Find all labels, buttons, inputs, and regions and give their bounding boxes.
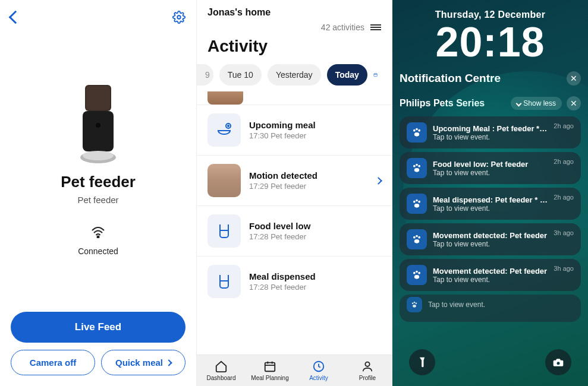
bowl-icon bbox=[207, 113, 241, 147]
live-feed-button[interactable]: Live Feed bbox=[11, 312, 185, 343]
svg-point-34 bbox=[414, 302, 416, 303]
flashlight-button[interactable] bbox=[409, 349, 435, 375]
date-tab-yesterday[interactable]: Yesterday bbox=[268, 64, 321, 86]
notification-item[interactable]: Upcoming Meal : Pet feeder * 5...Tap to … bbox=[400, 116, 581, 148]
chevron-down-icon bbox=[516, 100, 522, 106]
date-tab-prev[interactable]: 9 bbox=[197, 64, 213, 86]
notif-sub: Tap to view event. bbox=[433, 240, 548, 248]
camera-button[interactable] bbox=[545, 349, 571, 375]
svg-point-13 bbox=[413, 129, 416, 132]
lock-time: 20:18 bbox=[400, 21, 581, 63]
notif-time: 2h ago bbox=[554, 158, 574, 165]
notif-sub: Tap to view event. bbox=[433, 204, 548, 213]
notification-item[interactable]: Food level low: Pet feederTap to view ev… bbox=[400, 152, 581, 184]
activity-item[interactable]: Food level low 17:28 Pet feeder bbox=[197, 205, 392, 256]
svg-point-25 bbox=[413, 236, 416, 239]
svg-point-6 bbox=[83, 151, 114, 160]
close-group-button[interactable]: ✕ bbox=[567, 96, 581, 110]
notification-item-partial[interactable]: Tap to view event. bbox=[400, 295, 581, 322]
show-less-button[interactable]: Show less bbox=[511, 97, 562, 110]
svg-point-36 bbox=[413, 305, 416, 308]
svg-point-21 bbox=[413, 201, 416, 203]
activity-thumb-partial[interactable] bbox=[207, 91, 243, 105]
filter-icon[interactable] bbox=[370, 23, 381, 31]
svg-rect-8 bbox=[374, 74, 377, 77]
chevron-right-icon bbox=[375, 177, 382, 185]
paw-icon bbox=[407, 158, 427, 178]
svg-point-12 bbox=[365, 362, 369, 366]
activity-item[interactable]: Upcoming meal 17:30 Pet feeder bbox=[197, 105, 392, 155]
activity-title: Meal dispensed bbox=[249, 271, 381, 281]
notif-time: 2h ago bbox=[554, 194, 574, 201]
svg-point-26 bbox=[416, 235, 418, 238]
device-title: Pet feeder bbox=[61, 173, 136, 191]
date-tab-tue10[interactable]: Tue 10 bbox=[219, 64, 262, 86]
svg-point-32 bbox=[414, 275, 419, 279]
paw-icon bbox=[407, 194, 427, 214]
wifi-icon bbox=[91, 226, 105, 238]
notification-item[interactable]: Movement detected: Pet feederTap to view… bbox=[400, 259, 581, 291]
notif-title: Movement detected: Pet feeder bbox=[433, 231, 548, 240]
calendar-icon[interactable] bbox=[373, 68, 378, 81]
activity-title: Food level low bbox=[249, 221, 381, 231]
paw-icon bbox=[407, 122, 427, 143]
chevron-right-icon bbox=[165, 359, 172, 366]
notif-time: 2h ago bbox=[554, 122, 574, 129]
notification-centre-title: Notification Centre bbox=[400, 72, 501, 85]
svg-point-27 bbox=[418, 236, 420, 239]
notif-title: Food level low: Pet feeder bbox=[433, 160, 548, 169]
notif-sub: Tap to view event. bbox=[428, 300, 574, 309]
home-label[interactable]: Jonas's home bbox=[197, 0, 392, 20]
svg-point-24 bbox=[414, 204, 419, 208]
quick-meal-button[interactable]: Quick meal bbox=[101, 350, 185, 375]
svg-rect-2 bbox=[86, 86, 110, 110]
camera-off-button[interactable]: Camera off bbox=[11, 350, 95, 375]
notif-sub: Tap to view event. bbox=[433, 276, 548, 284]
device-image bbox=[65, 80, 131, 169]
activity-item[interactable]: Motion detected 17:29 Pet feeder bbox=[197, 155, 392, 205]
svg-point-28 bbox=[414, 239, 419, 243]
svg-point-14 bbox=[416, 128, 418, 131]
notification-item[interactable]: Meal dispensed: Pet feeder * sc...Tap to… bbox=[400, 188, 581, 220]
notif-title: Upcoming Meal : Pet feeder * 5... bbox=[433, 124, 548, 133]
back-button[interactable] bbox=[9, 11, 23, 24]
settings-icon[interactable] bbox=[172, 11, 185, 24]
svg-point-15 bbox=[418, 129, 420, 132]
svg-point-31 bbox=[418, 272, 420, 274]
notif-title: Meal dispensed: Pet feeder * sc... bbox=[433, 195, 548, 204]
activity-sub: 17:28 Pet feeder bbox=[249, 232, 381, 241]
svg-point-37 bbox=[557, 362, 560, 365]
notif-time: 3h ago bbox=[554, 229, 574, 236]
paw-icon bbox=[407, 297, 422, 312]
tab-meal-planning[interactable]: Meal Planning bbox=[246, 355, 294, 386]
notif-sub: Tap to view event. bbox=[433, 169, 548, 177]
svg-point-4 bbox=[96, 123, 100, 128]
close-nc-button[interactable]: ✕ bbox=[567, 71, 581, 86]
activity-sub: 17:30 Pet feeder bbox=[249, 131, 381, 140]
svg-point-29 bbox=[413, 272, 416, 274]
activity-item[interactable]: Meal dispensed 17:28 Pet feeder bbox=[197, 256, 392, 306]
svg-point-16 bbox=[414, 132, 419, 137]
paw-icon bbox=[407, 229, 427, 249]
device-subtitle: Pet feeder bbox=[77, 195, 118, 205]
tab-dashboard[interactable]: Dashboard bbox=[197, 355, 246, 386]
tab-activity[interactable]: Activity bbox=[294, 355, 343, 386]
activity-title: Upcoming meal bbox=[249, 120, 381, 130]
connection-status: Connected bbox=[78, 246, 118, 256]
svg-point-7 bbox=[98, 236, 99, 238]
svg-point-17 bbox=[413, 165, 416, 167]
svg-point-33 bbox=[412, 302, 414, 304]
notif-app-name: Philips Pets Series bbox=[400, 98, 506, 109]
paw-icon bbox=[407, 265, 427, 285]
tab-profile[interactable]: Profile bbox=[343, 355, 392, 386]
activity-title: Motion detected bbox=[249, 170, 367, 181]
svg-rect-3 bbox=[83, 111, 114, 151]
cup-icon bbox=[207, 265, 241, 298]
date-tab-today[interactable]: Today bbox=[327, 64, 367, 86]
svg-point-30 bbox=[416, 271, 418, 273]
activity-sub: 17:28 Pet feeder bbox=[249, 283, 381, 292]
page-title: Activity bbox=[197, 37, 392, 64]
svg-point-22 bbox=[416, 200, 418, 202]
activity-count: 42 activities bbox=[321, 23, 364, 32]
notification-item[interactable]: Movement detected: Pet feederTap to view… bbox=[400, 223, 581, 255]
